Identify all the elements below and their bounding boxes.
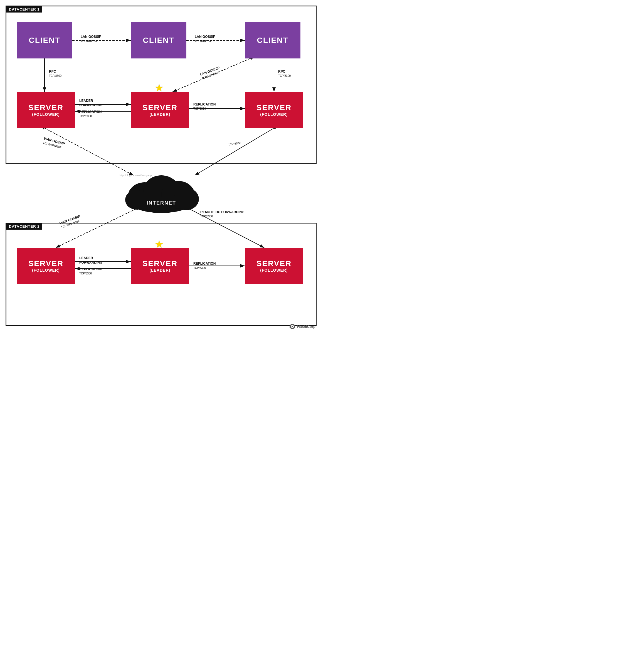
server5-box: SERVER (LEADER) — [131, 248, 189, 284]
replication-left-dc2-label: REPLICATION TCP/8300 — [79, 267, 101, 275]
svg-point-22 — [174, 188, 199, 210]
client1-box: CLIENT — [17, 22, 72, 59]
rpc-right-label: RPC TCP/8300 — [278, 70, 291, 78]
datacenter2-label: DATACENTER 2 — [6, 223, 42, 230]
server4-name: SERVER — [28, 259, 64, 268]
lan-gossip-label-2: LAN GOSSIP TCP/UDP 8301 — [195, 35, 215, 43]
hashicorp-logo: HashiCorp — [289, 323, 315, 330]
star1: ★ — [155, 82, 163, 94]
server3-role: (FOLLOWER) — [260, 112, 288, 117]
server2-name: SERVER — [142, 103, 178, 112]
rpc-left-label: RPC TCP/8300 — [49, 70, 62, 78]
replication-left-dc1-label: REPLICATION TCP/8300 — [79, 110, 101, 118]
server6-name: SERVER — [256, 259, 292, 268]
server2-box: SERVER (LEADER) — [131, 92, 189, 128]
replication-right-dc1-label: REPLICATION TCP/8300 — [193, 103, 216, 110]
hashicorp-text: HashiCorp — [297, 324, 315, 329]
server2-role: (LEADER) — [150, 112, 171, 117]
server6-box: SERVER (FOLLOWER) — [245, 248, 303, 284]
server5-name: SERVER — [142, 259, 178, 268]
replication-right-dc2-label: REPLICATION TCP/8300 — [193, 262, 216, 270]
server1-box: SERVER (FOLLOWER) — [17, 92, 75, 128]
remote-dc-fwd-label: REMOTE DC FORWARDING TCP/8300 — [200, 210, 244, 218]
star2: ★ — [155, 239, 163, 250]
client2-box: CLIENT — [131, 22, 186, 59]
client1-label: CLIENT — [29, 36, 60, 45]
leader-fwd-dc1-label: LEADER FORWARDING — [79, 99, 103, 107]
server3-box: SERVER (FOLLOWER) — [245, 92, 303, 128]
server6-role: (FOLLOWER) — [260, 268, 288, 273]
datacenter1-label: DATACENTER 1 — [6, 6, 42, 13]
lan-gossip-label-1: LAN GOSSIP TCP/UDP 8301 — [81, 35, 101, 43]
server4-role: (FOLLOWER) — [32, 268, 60, 273]
svg-text:INTERNET: INTERNET — [146, 200, 176, 206]
client3-box: CLIENT — [245, 22, 300, 59]
client2-label: CLIENT — [143, 36, 174, 45]
svg-point-23 — [125, 190, 147, 210]
leader-fwd-dc2-label: LEADER FORWARDING — [79, 256, 103, 265]
server3-name: SERVER — [256, 103, 292, 112]
server5-role: (LEADER) — [150, 268, 171, 273]
server1-name: SERVER — [28, 103, 64, 112]
client3-label: CLIENT — [257, 36, 288, 45]
watermark: http://blog.csdn.net/mooyeqp — [120, 174, 152, 177]
server4-box: SERVER (FOLLOWER) — [17, 248, 75, 284]
diagram-wrapper: DATACENTER 1 DATACENTER 2 CLIENT CLIENT … — [0, 0, 322, 334]
server1-role: (FOLLOWER) — [32, 112, 60, 117]
